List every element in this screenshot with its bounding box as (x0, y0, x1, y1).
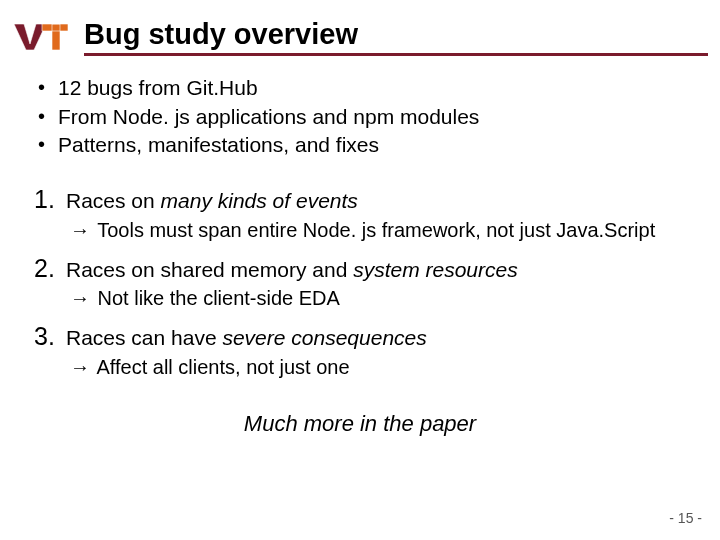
bullet-item: From Node. js applications and npm modul… (38, 103, 690, 131)
item-number: 3. (34, 320, 66, 353)
list-item: 3. Races can have severe consequences → … (34, 320, 690, 380)
bullet-item: 12 bugs from Git.Hub (38, 74, 690, 102)
item-text: Races on shared memory and system resour… (66, 255, 518, 285)
bullet-item: Patterns, manifestations, and fixes (38, 131, 690, 159)
arrow-icon: → (70, 356, 90, 378)
item-number: 2. (34, 252, 66, 285)
svg-rect-3 (52, 24, 60, 50)
item-text: Races on many kinds of events (66, 186, 358, 216)
item-note: → Affect all clients, not just one (34, 354, 690, 381)
svg-marker-0 (14, 24, 46, 50)
item-note: → Tools must span entire Node. js framew… (34, 217, 690, 244)
item-text: Races can have severe consequences (66, 323, 427, 353)
item-number: 1. (34, 183, 66, 216)
list-item: 1. Races on many kinds of events → Tools… (34, 183, 690, 243)
arrow-icon: → (70, 287, 90, 309)
slide-title: Bug study overview (84, 18, 708, 56)
vt-logo (12, 22, 70, 52)
arrow-icon: → (70, 219, 90, 241)
numbered-list: 1. Races on many kinds of events → Tools… (34, 183, 690, 380)
list-item: 2. Races on shared memory and system res… (34, 252, 690, 312)
item-note: → Not like the client-side EDA (34, 285, 690, 312)
page-number: - 15 - (669, 510, 702, 526)
slide-header: Bug study overview (0, 0, 720, 60)
closing-text: Much more in the paper (30, 411, 690, 437)
bullet-list: 12 bugs from Git.Hub From Node. js appli… (38, 74, 690, 159)
slide-content: 12 bugs from Git.Hub From Node. js appli… (0, 60, 720, 436)
